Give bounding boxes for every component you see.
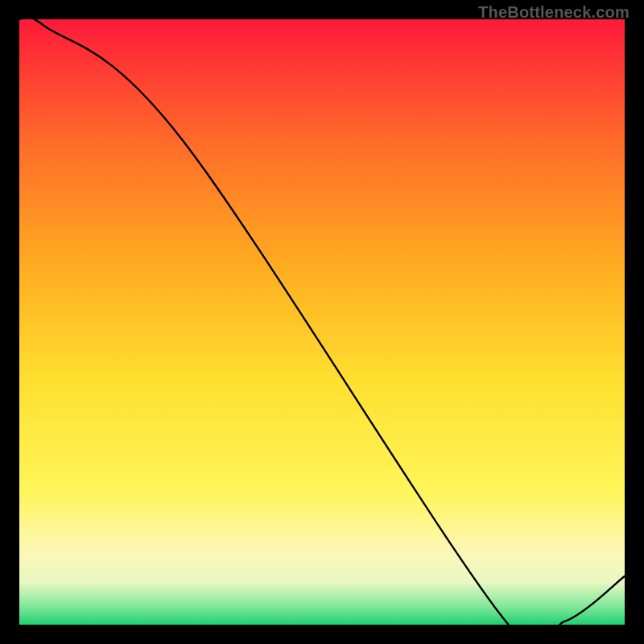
plot-svg — [0, 0, 644, 644]
chart-frame: { "watermark": "TheBottleneck.com", "ann… — [0, 0, 644, 644]
plot-area — [19, 19, 625, 625]
